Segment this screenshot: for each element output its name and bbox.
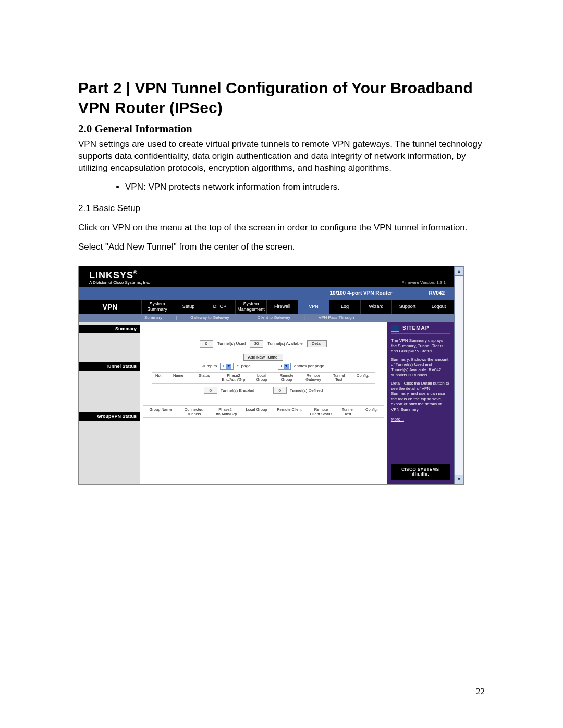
col-local-group: LocalGroup [250, 374, 274, 382]
tab-dhcp[interactable]: DHCP [204, 300, 235, 314]
sidebar-item-groupvpn-status[interactable]: GroupVPN Status [79, 412, 140, 421]
more-link[interactable]: More... [391, 417, 450, 422]
page-title: Part 2 | VPN Tunnel Configuration of You… [78, 78, 490, 117]
router-screenshot: ▴ ▾ LINKSYS® A Division of Cisco Systems… [78, 266, 464, 485]
nav-section-title: VPN [79, 300, 141, 314]
detail-button[interactable]: Detail [307, 340, 327, 347]
col-connected-tunnels: ConnectedTunnels [178, 407, 210, 416]
col-remote-client-status: RemoteClient Status [307, 407, 336, 416]
chevron-down-icon: ▾ [284, 364, 289, 369]
tunnels-used-label: Tunnel(s) Used [217, 341, 246, 346]
cisco-logo: CISCO SYSTEMS ıllıı.ıllıı. [391, 464, 450, 480]
para-basic-setup-2: Select "Add New Tunnel" from the center … [78, 241, 490, 253]
subnav-vpn-pass-through[interactable]: VPN Pass Through [319, 315, 354, 320]
section-heading: 2.0 General Information [78, 122, 490, 135]
left-sidebar: Summary Tunnel Status GroupVPN Status [79, 322, 140, 484]
help-text-2: Summary: It shows the amount of Tunnel(s… [391, 357, 450, 378]
main-nav: VPN SystemSummary Setup DHCP SystemManag… [79, 300, 454, 314]
help-panel: SITEMAP The VPN Summary displays the Sum… [387, 322, 454, 484]
col-phase2-2: Phase2Enc/Auth/Grp [210, 407, 241, 416]
tab-vpn[interactable]: VPN [298, 300, 329, 314]
page-number: 22 [476, 686, 485, 697]
scrollbar-track[interactable] [454, 276, 463, 475]
product-bar: 10/100 4-port VPN Router RV042 [79, 287, 454, 300]
sitemap-icon [391, 325, 399, 332]
subnav-client-to-gateway[interactable]: Client to Gateway [258, 315, 290, 320]
col-tunnel-test: TunnelTest [327, 374, 351, 382]
sub-nav: Summary | Gateway to Gateway | Client to… [79, 314, 454, 322]
model-name: RV042 [429, 290, 445, 296]
bullet-vpn: VPN: VPN protects network information fr… [125, 182, 490, 192]
groupvpn-table-header: Group Name ConnectedTunnels Phase2Enc/Au… [143, 405, 384, 418]
entries-per-page-label: entries per page [294, 364, 324, 368]
add-new-tunnel-button[interactable]: Add New Tunnel [243, 354, 284, 361]
tab-support[interactable]: Support [391, 300, 423, 314]
tunnels-defined-label: Tunnel(s) Defined [290, 388, 323, 393]
col-config: Config. [351, 374, 375, 382]
tab-system-summary[interactable]: SystemSummary [141, 300, 173, 314]
content-area: 0 Tunnel(s) Used 30 Tunnel(s) Available … [140, 322, 387, 484]
col-remote-client: Remote Client [272, 407, 307, 416]
header-bar: LINKSYS® A Division of Cisco Systems, In… [79, 266, 454, 287]
tab-setup[interactable]: Setup [173, 300, 204, 314]
col-phase2: Phase2Enc/Auth/Grp [217, 374, 250, 382]
subnav-gateway-to-gateway[interactable]: Gateway to Gateway [190, 315, 229, 320]
col-remote-group: RemoteGroup [274, 374, 300, 382]
tunnels-defined-value: 0 [273, 387, 287, 394]
help-text-1: The VPN Summary displays the Summary, Tu… [391, 338, 450, 354]
intro-paragraph: VPN settings are used to create virtual … [78, 139, 490, 175]
sitemap-title[interactable]: SITEMAP [402, 325, 429, 331]
col-tunnel-test-2: TunnelTest [336, 407, 360, 416]
sidebar-item-summary[interactable]: Summary [79, 325, 140, 333]
para-basic-setup-1: Click on VPN on the menu at the top of t… [78, 222, 490, 234]
tunnels-enabled-value: 0 [204, 387, 217, 394]
help-text-3: Detail: Click the Detail button to see t… [391, 381, 450, 412]
tunnels-available-label: Tunnel(s) Available [267, 341, 303, 346]
col-local-group-2: Local Group [241, 407, 272, 416]
scrollbar-up-icon[interactable]: ▴ [454, 266, 463, 276]
jump-to-select[interactable]: 1 ▾ [220, 363, 233, 370]
col-config-2: Config. [360, 407, 384, 416]
subnav-summary[interactable]: Summary [144, 315, 162, 320]
col-remote-gateway: RemoteGateway [300, 374, 327, 382]
tunnels-available-value: 30 [250, 340, 263, 348]
firmware-label: Firmware Version: 1.3.1 [402, 280, 446, 285]
chevron-down-icon: ▾ [226, 364, 231, 369]
tab-log[interactable]: Log [329, 300, 360, 314]
entries-per-page-select[interactable]: 3 ▾ [278, 363, 291, 370]
sidebar-item-tunnel-status[interactable]: Tunnel Status [79, 362, 140, 371]
tab-firewall[interactable]: Firewall [266, 300, 298, 314]
jump-to-label: Jump to [202, 364, 217, 368]
brand-logo: LINKSYS® [89, 270, 150, 280]
tunnel-table-header: No. Name Status Phase2Enc/Auth/Grp Local… [152, 372, 375, 384]
tab-system-management[interactable]: SystemManagement [235, 300, 266, 314]
col-name: Name [165, 374, 191, 382]
col-no: No. [152, 374, 165, 382]
brand-subtitle: A Division of Cisco Systems, Inc. [89, 281, 150, 285]
jump-to-suffix: /1 page [237, 364, 251, 368]
tunnels-used-value: 0 [200, 340, 213, 348]
product-name: 10/100 4-port VPN Router [330, 290, 393, 296]
tunnels-enabled-label: Tunnel(s) Enabled [221, 388, 254, 393]
subsection-heading: 2.1 Basic Setup [78, 203, 490, 215]
scrollbar-down-icon[interactable]: ▾ [454, 475, 463, 484]
tab-logout[interactable]: Logout [423, 300, 454, 314]
col-group-name: Group Name [143, 407, 178, 416]
col-status: Status [191, 374, 217, 382]
tab-wizard[interactable]: Wizard [360, 300, 391, 314]
